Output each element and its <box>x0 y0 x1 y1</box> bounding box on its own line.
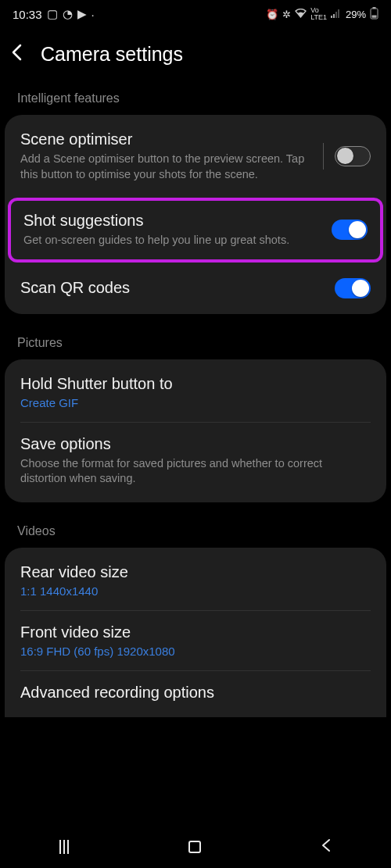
back-button[interactable] <box>11 42 41 66</box>
sync-icon: ◔ <box>63 7 73 21</box>
header: Camera settings <box>0 28 391 85</box>
battery-percent: 29% <box>346 9 366 20</box>
signal-icon <box>331 9 342 20</box>
advanced-recording-title: Advanced recording options <box>20 684 371 702</box>
nav-recents[interactable] <box>59 840 69 854</box>
shot-suggestions-toggle[interactable] <box>332 220 368 240</box>
row-scan-qr[interactable]: Scan QR codes <box>5 266 386 311</box>
more-icon: · <box>91 8 95 21</box>
separator-bar <box>323 143 325 170</box>
play-icon: ▶ <box>77 7 87 21</box>
battery-icon <box>370 7 378 22</box>
nav-bar <box>0 826 391 868</box>
card-intelligent: Scene optimiser Add a Scene optimiser bu… <box>5 115 386 314</box>
status-time: 10:33 <box>13 8 42 21</box>
scene-optimiser-title: Scene optimiser <box>20 130 315 148</box>
bluetooth-icon: ✲ <box>282 9 291 20</box>
wifi-icon <box>295 9 307 20</box>
status-bar: 10:33 ▢ ◔ ▶ · ⏰ ✲ VoLTE1 29% <box>0 0 391 28</box>
scene-optimiser-toggle[interactable] <box>335 146 371 166</box>
hold-shutter-title: Hold Shutter button to <box>20 375 371 393</box>
svg-rect-1 <box>333 14 335 18</box>
page-title: Camera settings <box>41 43 183 66</box>
svg-rect-5 <box>373 7 376 9</box>
svg-rect-6 <box>372 15 377 17</box>
hold-shutter-value: Create GIF <box>20 396 371 409</box>
shot-suggestions-title: Shot suggestions <box>23 212 324 230</box>
front-video-value: 16:9 FHD (60 fps) 1920x1080 <box>20 645 371 658</box>
row-front-video[interactable]: Front video size 16:9 FHD (60 fps) 1920x… <box>5 611 386 670</box>
row-shot-suggestions[interactable]: Shot suggestions Get on-screen guides to… <box>11 201 380 259</box>
status-left: 10:33 ▢ ◔ ▶ · <box>13 7 95 21</box>
row-scene-optimiser[interactable]: Scene optimiser Add a Scene optimiser bu… <box>5 118 386 195</box>
front-video-title: Front video size <box>20 623 371 641</box>
svg-rect-2 <box>335 12 337 18</box>
shot-suggestions-desc: Get on-screen guides to help you line up… <box>23 233 324 248</box>
rear-video-value: 1:1 1440x1440 <box>20 584 371 598</box>
svg-rect-3 <box>338 9 339 18</box>
status-right: ⏰ ✲ VoLTE1 29% <box>266 7 378 22</box>
row-hold-shutter[interactable]: Hold Shutter button to Create GIF <box>5 363 386 422</box>
nav-back[interactable] <box>321 838 332 856</box>
card-pictures: Hold Shutter button to Create GIF Save o… <box>5 359 386 502</box>
save-options-title: Save options <box>20 435 371 453</box>
scan-qr-title: Scan QR codes <box>20 279 130 297</box>
row-save-options[interactable]: Save options Choose the format for saved… <box>5 423 386 499</box>
section-label-pictures: Pictures <box>0 330 391 359</box>
scene-optimiser-controls <box>323 143 371 170</box>
scene-optimiser-desc: Add a Scene optimiser button to the prev… <box>20 152 315 182</box>
carrier-volte: VoLTE1 <box>310 7 327 21</box>
nav-home[interactable] <box>188 841 201 853</box>
highlight-shot-suggestions: Shot suggestions Get on-screen guides to… <box>8 198 383 263</box>
rear-video-title: Rear video size <box>20 563 371 581</box>
row-advanced-recording[interactable]: Advanced recording options <box>5 671 386 714</box>
save-options-desc: Choose the format for saved pictures and… <box>20 456 371 487</box>
svg-rect-0 <box>331 16 332 18</box>
image-icon: ▢ <box>47 7 58 21</box>
section-label-intelligent: Intelligent features <box>0 85 391 115</box>
alarm-icon: ⏰ <box>266 9 278 20</box>
row-rear-video[interactable]: Rear video size 1:1 1440x1440 <box>5 551 386 610</box>
card-videos: Rear video size 1:1 1440x1440 Front vide… <box>5 548 386 717</box>
scan-qr-toggle[interactable] <box>335 278 371 298</box>
section-label-videos: Videos <box>0 518 391 548</box>
